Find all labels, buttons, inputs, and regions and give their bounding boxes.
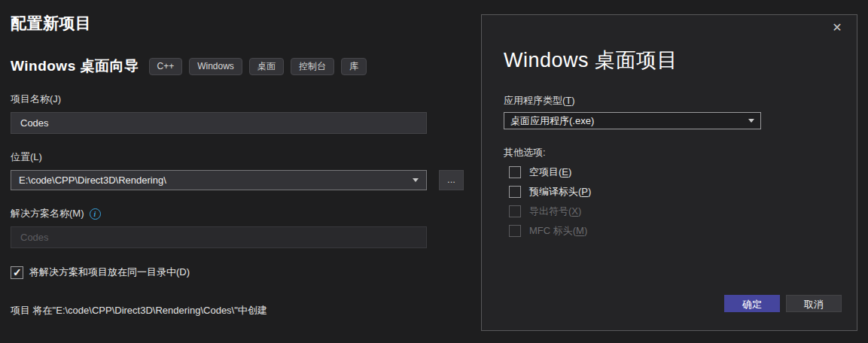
- tag-library: 库: [341, 58, 367, 75]
- location-value: E:\code\CPP\Direct3D\Rendering\: [19, 175, 413, 186]
- chevron-down-icon: [413, 178, 419, 182]
- cancel-button[interactable]: 取消: [786, 295, 842, 312]
- option-export-symbols: 导出符号(X): [509, 205, 857, 218]
- tag-windows: Windows: [189, 58, 242, 75]
- mfc-header-checkbox: [509, 225, 521, 237]
- windows-desktop-project-dialog: ✕ Windows 桌面项目 应用程序类型(T) 桌面应用程序(.exe) 其他…: [481, 14, 857, 331]
- page-title: 配置新项目: [11, 13, 471, 34]
- info-icon: i: [90, 208, 101, 220]
- tag-console: 控制台: [291, 58, 334, 75]
- ok-button[interactable]: 确定: [724, 295, 780, 312]
- dialog-title: Windows 桌面项目: [504, 47, 857, 74]
- other-options-label: 其他选项:: [504, 146, 857, 159]
- export-symbols-checkbox: [509, 205, 521, 217]
- mfc-header-label: MFC 标头(M): [529, 224, 587, 238]
- location-combobox[interactable]: E:\code\CPP\Direct3D\Rendering\: [11, 170, 427, 190]
- app-type-label: 应用程序类型(T): [504, 94, 857, 108]
- project-create-path-note: 项目 将在"E:\code\CPP\Direct3D\Rendering\Cod…: [11, 304, 471, 317]
- project-name-input[interactable]: [11, 112, 427, 134]
- solution-name-input: [11, 226, 427, 248]
- app-type-value: 桌面应用程序(.exe): [510, 114, 748, 128]
- close-icon[interactable]: ✕: [830, 21, 844, 35]
- same-directory-label: 将解决方案和项目放在同一目录中(D): [29, 266, 190, 279]
- app-type-combobox[interactable]: 桌面应用程序(.exe): [504, 112, 761, 129]
- configure-project-pane: 配置新项目 Windows 桌面向导 C++ Windows 桌面 控制台 库 …: [11, 0, 471, 317]
- empty-project-checkbox[interactable]: [509, 166, 521, 178]
- browse-button[interactable]: ...: [439, 170, 464, 190]
- precompiled-header-checkbox[interactable]: [509, 186, 521, 198]
- precompiled-header-label: 预编译标头(P): [529, 185, 591, 199]
- wizard-title: Windows 桌面向导: [11, 56, 139, 76]
- chevron-down-icon: [748, 119, 754, 123]
- wizard-header: Windows 桌面向导 C++ Windows 桌面 控制台 库: [11, 56, 471, 76]
- location-label: 位置(L): [11, 150, 471, 164]
- project-name-label: 项目名称(J): [11, 93, 471, 106]
- option-empty-project: 空项目(E): [509, 165, 857, 179]
- option-mfc-header: MFC 标头(M): [509, 224, 857, 238]
- same-directory-checkbox[interactable]: [11, 266, 23, 279]
- export-symbols-label: 导出符号(X): [529, 205, 581, 218]
- solution-name-label: 解决方案名称(M): [11, 207, 84, 220]
- option-precompiled-header: 预编译标头(P): [509, 185, 857, 199]
- empty-project-label: 空项目(E): [529, 165, 571, 179]
- tag-cpp: C++: [149, 58, 183, 75]
- tag-desktop: 桌面: [249, 58, 284, 75]
